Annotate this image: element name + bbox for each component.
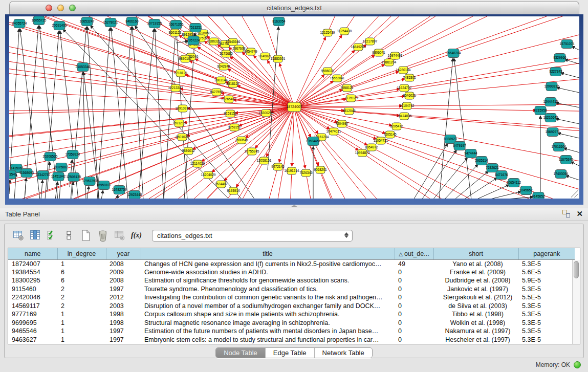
graph-edge[interactable] xyxy=(381,141,579,199)
tab-network-table[interactable]: Network Table xyxy=(314,348,372,358)
create-column-icon[interactable] xyxy=(78,228,94,243)
graph-edge[interactable] xyxy=(9,180,10,194)
graph-edge[interactable] xyxy=(379,16,579,53)
graph-node-label: 16210643 xyxy=(543,116,558,119)
table-cell: 0 xyxy=(395,327,433,336)
table-row[interactable]: 969969511998Structural magnetic resonanc… xyxy=(8,319,575,327)
graph-edge[interactable] xyxy=(464,178,497,199)
close-panel-icon[interactable]: ✕ xyxy=(576,210,583,217)
column-header-name[interactable]: name xyxy=(8,248,57,259)
graph-edge[interactable] xyxy=(389,16,579,62)
show-columns-icon[interactable] xyxy=(28,228,43,243)
graph-edge[interactable] xyxy=(275,107,294,199)
graph-edge[interactable] xyxy=(395,16,579,56)
table-cell: 1998 xyxy=(106,310,141,319)
select-attributes-icon[interactable] xyxy=(45,228,60,243)
graph-edge[interactable] xyxy=(571,162,579,166)
graph-edge[interactable] xyxy=(101,190,103,199)
graph-edge[interactable] xyxy=(558,133,579,138)
graph-edge[interactable] xyxy=(111,28,128,199)
graph-edge[interactable] xyxy=(10,29,19,170)
delete-columns-icon[interactable] xyxy=(95,228,111,243)
graph-edge[interactable] xyxy=(41,180,42,199)
function-builder-icon[interactable]: f(x) xyxy=(131,231,142,239)
panel-splitter[interactable] xyxy=(0,204,588,208)
network-canvas[interactable]: 1830029586011238912954232260589827509105… xyxy=(9,16,579,199)
graph-edge[interactable] xyxy=(390,135,579,199)
graph-edge[interactable] xyxy=(88,27,99,199)
application-window: citations_edges.txt 1830029 xyxy=(0,0,588,372)
table-selector-dropdown[interactable]: citations_edges.txt xyxy=(152,230,353,242)
graph-edge[interactable] xyxy=(344,16,579,31)
column-header-out-degree[interactable]: △out_de... xyxy=(395,248,433,259)
graph-edge[interactable] xyxy=(97,28,110,199)
table-scrollbar[interactable] xyxy=(572,260,580,344)
network-graph[interactable]: 1830029586011238912954232260589827509105… xyxy=(9,16,579,199)
graph-edge[interactable] xyxy=(342,124,579,199)
graph-edge[interactable] xyxy=(195,59,294,107)
table-row[interactable]: 1872400712008Changes of HCN gene express… xyxy=(8,259,575,268)
graph-edge[interactable] xyxy=(433,158,468,199)
graph-edge[interactable] xyxy=(476,185,509,199)
window-titlebar[interactable]: citations_edges.txt xyxy=(9,1,579,14)
table-mode-icon[interactable] xyxy=(61,228,77,243)
graph-edge[interactable] xyxy=(454,58,471,199)
graph-edge[interactable] xyxy=(292,107,294,166)
graph-edge[interactable] xyxy=(565,176,579,180)
graph-edge[interactable] xyxy=(556,103,579,107)
tab-node-table[interactable]: Node Table xyxy=(216,348,265,358)
float-panel-icon[interactable] xyxy=(562,210,570,217)
splitter-handle[interactable] xyxy=(291,205,298,207)
graph-edge[interactable] xyxy=(294,35,342,107)
table-row[interactable]: 1938455462009Genome-wide association stu… xyxy=(8,268,575,277)
graph-edge[interactable] xyxy=(155,29,164,199)
table-cell: 1998 xyxy=(106,319,141,327)
graph-edge[interactable] xyxy=(370,16,579,41)
graph-edge[interactable] xyxy=(294,107,367,145)
graph-edge[interactable] xyxy=(561,73,579,78)
graph-edge[interactable] xyxy=(488,191,521,199)
table-row[interactable]: 2242004622012Investigating the contribut… xyxy=(8,293,575,302)
graph-edge[interactable] xyxy=(413,144,448,199)
graph-edge[interactable] xyxy=(564,148,579,152)
column-header-in-degree[interactable]: in_degree xyxy=(57,248,106,259)
graph-edge[interactable] xyxy=(404,116,579,171)
table-row[interactable]: 946554611997Estimation of the future num… xyxy=(8,327,575,336)
graph-edge[interactable] xyxy=(556,119,579,124)
graph-edge[interactable] xyxy=(294,64,385,107)
graph-edge[interactable] xyxy=(228,69,294,107)
graph-edge[interactable] xyxy=(264,171,292,199)
memory-status-indicator[interactable] xyxy=(574,361,581,368)
graph-edge[interactable] xyxy=(164,30,176,199)
column-header-title[interactable]: title xyxy=(141,248,395,259)
table-scrollbar-thumb[interactable] xyxy=(574,261,579,278)
column-header-year[interactable]: year xyxy=(106,248,141,259)
graph-edge[interactable] xyxy=(294,107,305,168)
graph-edge[interactable] xyxy=(404,16,579,88)
column-header-short[interactable]: short xyxy=(433,248,518,259)
graph-edge[interactable] xyxy=(25,178,26,199)
graph-node-label: 11568693 xyxy=(19,171,34,174)
table-options-icon[interactable] xyxy=(11,228,26,243)
graph-edge[interactable] xyxy=(294,106,402,107)
tab-edge-table[interactable]: Edge Table xyxy=(265,348,314,358)
table-row[interactable]: 977716911998Corpus callosum shape and si… xyxy=(8,310,575,319)
table-row[interactable]: 911546021997Tourette syndrome. Phenomeno… xyxy=(8,285,575,294)
table-row[interactable]: 1830029562008Estimation of significance … xyxy=(8,276,575,285)
graph-node-label: 8818124 xyxy=(226,82,239,85)
table-cell: 5.3E-5 xyxy=(518,285,575,294)
window-resize-grip[interactable] xyxy=(571,190,578,198)
table-row[interactable]: 1456911722003Disruption of a novel membe… xyxy=(8,302,575,311)
graph-node-label: 16648784 xyxy=(446,51,461,55)
table-row[interactable]: 946362711997Embryonic stem cells: a mode… xyxy=(8,336,575,344)
column-header-pagerank[interactable]: pagerank xyxy=(518,248,575,259)
graph-node-label: 9146821 xyxy=(258,54,272,58)
graph-node-label: 7204987 xyxy=(335,122,349,125)
graph-edge[interactable] xyxy=(185,75,294,107)
graph-edge[interactable] xyxy=(138,29,154,199)
graph-edge[interactable] xyxy=(313,141,579,199)
graph-edge[interactable] xyxy=(557,87,579,93)
graph-edge[interactable] xyxy=(565,59,579,64)
graph-edge[interactable] xyxy=(118,27,132,199)
graph-edge[interactable] xyxy=(294,79,405,107)
